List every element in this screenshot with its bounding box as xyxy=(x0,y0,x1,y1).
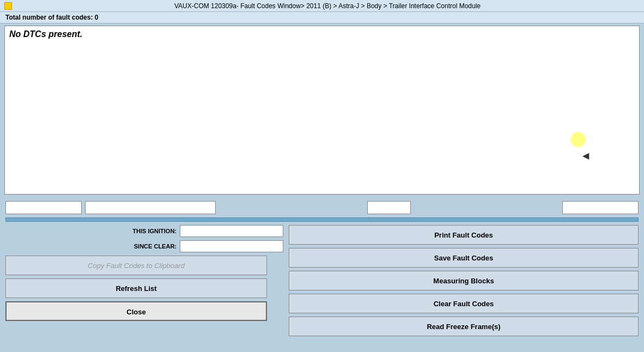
window-title: VAUX-COM 120309a- Fault Codes Window> 20… xyxy=(15,2,640,10)
close-button[interactable]: Close xyxy=(5,301,267,321)
save-fault-codes-button[interactable]: Save Fault Codes xyxy=(289,248,639,268)
copy-fault-codes-button[interactable]: Copy Fault Codes to Clipboard xyxy=(5,256,267,275)
fault-code-count-bar: Total number of fault codes: 0 xyxy=(0,12,644,23)
fault-count-label: Total number of fault codes: xyxy=(5,14,93,21)
since-clear-input[interactable] xyxy=(180,240,283,252)
dtc-display-area: No DTCs present. ◀ xyxy=(4,26,640,195)
cursor-highlight xyxy=(570,132,586,147)
refresh-list-button[interactable]: Refresh List xyxy=(5,278,267,298)
input-field-4[interactable] xyxy=(562,201,639,214)
input-field-3[interactable] xyxy=(367,201,411,214)
measuring-blocks-button[interactable]: Measuring Blocks xyxy=(289,271,639,290)
separator-bar xyxy=(5,217,639,222)
input-field-2[interactable] xyxy=(85,201,216,214)
left-column: THIS IGNITION: SINCE CLEAR: Copy Fault C… xyxy=(5,225,283,339)
input-field-1[interactable] xyxy=(5,201,82,214)
since-clear-label: SINCE CLEAR: xyxy=(106,243,177,250)
this-ignition-input[interactable] xyxy=(180,225,283,237)
input-row-top xyxy=(5,201,639,214)
app-icon xyxy=(4,2,12,10)
since-clear-row: SINCE CLEAR: xyxy=(5,240,283,252)
read-freeze-frame-button[interactable]: Read Freeze Frame(s) xyxy=(289,317,639,336)
title-bar: VAUX-COM 120309a- Fault Codes Window> 20… xyxy=(0,0,644,12)
right-column: Print Fault Codes Save Fault Codes Measu… xyxy=(289,225,639,339)
ignition-row: THIS IGNITION: xyxy=(5,225,283,237)
this-ignition-label: THIS IGNITION: xyxy=(106,228,177,234)
bottom-controls: THIS IGNITION: SINCE CLEAR: Copy Fault C… xyxy=(0,197,644,344)
fault-count-value: 0 xyxy=(95,14,99,21)
no-dtc-message: No DTCs present. xyxy=(9,29,82,39)
main-controls: THIS IGNITION: SINCE CLEAR: Copy Fault C… xyxy=(5,225,639,339)
print-fault-codes-button[interactable]: Print Fault Codes xyxy=(289,225,639,245)
clear-fault-codes-button[interactable]: Clear Fault Codes xyxy=(289,294,639,313)
